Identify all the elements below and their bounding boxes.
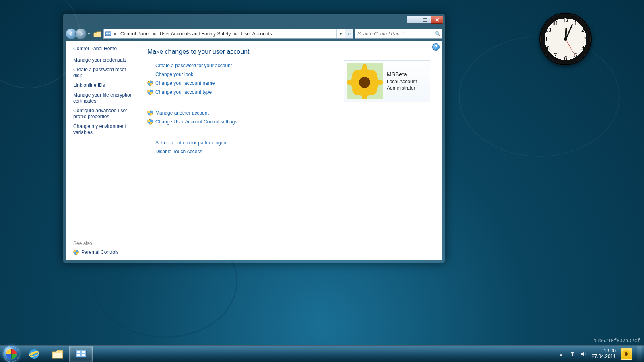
svg-point-26 bbox=[625, 352, 628, 356]
link-disable-touch-access[interactable]: Disable Touch Access bbox=[155, 149, 202, 154]
address-bar[interactable]: ▶ Control Panel ▶ User Accounts and Fami… bbox=[103, 29, 353, 39]
account-role: Administrator bbox=[387, 85, 417, 91]
svg-rect-18 bbox=[53, 353, 62, 358]
chevron-right-icon[interactable]: ▶ bbox=[152, 32, 157, 36]
link-manage-another-account[interactable]: Manage another account bbox=[155, 110, 209, 116]
link-change-look[interactable]: Change your look bbox=[155, 72, 193, 77]
task-file-encryption-cert[interactable]: Manage your file encryption certificates bbox=[73, 92, 135, 104]
show-desktop-button[interactable] bbox=[637, 346, 642, 362]
tray-time: 19:00 bbox=[592, 348, 616, 354]
tray-user-thumb[interactable] bbox=[621, 348, 632, 360]
link-change-uac-settings[interactable]: Change User Account Control settings bbox=[155, 119, 237, 125]
link-pattern-logon[interactable]: Set up a pattern for pattern logon bbox=[155, 140, 226, 146]
clock-gadget[interactable]: 12 1 2 3 4 5 6 7 8 9 10 11 bbox=[539, 13, 592, 65]
build-watermark: a1b6210f837a32cf bbox=[593, 338, 640, 343]
maximize-button[interactable] bbox=[419, 16, 431, 24]
account-picture bbox=[347, 63, 383, 99]
tray-overflow-icon[interactable]: ▴ bbox=[558, 351, 564, 357]
link-create-password[interactable]: Create a password for your account bbox=[155, 63, 232, 68]
svg-rect-0 bbox=[411, 21, 415, 21]
control-panel-window: ▼ ▶ Control Panel ▶ User Accounts and Fa… bbox=[63, 14, 445, 263]
control-panel-icon bbox=[104, 31, 113, 37]
svg-rect-19 bbox=[76, 350, 86, 357]
breadcrumb-user-accounts[interactable]: User Accounts bbox=[238, 29, 274, 38]
task-manage-credentials[interactable]: Manage your credentials bbox=[73, 57, 135, 63]
search-icon[interactable]: 🔍 bbox=[433, 31, 442, 37]
svg-rect-4 bbox=[109, 33, 110, 34]
chevron-right-icon[interactable]: ▶ bbox=[113, 32, 118, 36]
task-link-online-ids[interactable]: Link online IDs bbox=[73, 82, 135, 88]
windows-orb-icon bbox=[3, 346, 19, 362]
svg-rect-1 bbox=[423, 18, 427, 21]
nav-forward-button[interactable] bbox=[75, 28, 87, 39]
close-button[interactable] bbox=[431, 16, 443, 24]
account-type: Local Account bbox=[387, 78, 417, 85]
tray-date: 27.04.2011 bbox=[592, 354, 616, 360]
task-environment-vars[interactable]: Change my environment variables bbox=[73, 123, 135, 136]
svg-rect-22 bbox=[77, 354, 80, 356]
system-tray: ▴ 19:00 27.04.2011 bbox=[558, 346, 644, 362]
titlebar[interactable] bbox=[66, 16, 442, 26]
volume-icon[interactable] bbox=[580, 351, 587, 357]
page-heading: Make changes to your user account bbox=[147, 48, 433, 56]
up-button[interactable] bbox=[93, 29, 102, 38]
shield-icon bbox=[147, 89, 153, 95]
svg-rect-23 bbox=[82, 354, 85, 356]
account-name: MSBeta bbox=[387, 71, 417, 78]
minimize-button[interactable] bbox=[407, 16, 419, 24]
svg-point-11 bbox=[372, 80, 383, 85]
see-also-label-text: Parental Controls bbox=[81, 249, 119, 255]
nav-history-dropdown[interactable]: ▼ bbox=[87, 32, 91, 36]
svg-rect-21 bbox=[82, 351, 85, 353]
tray-clock[interactable]: 19:00 27.04.2011 bbox=[592, 348, 616, 360]
main-pane: Make changes to your user account Create… bbox=[138, 41, 442, 260]
shield-icon bbox=[73, 249, 79, 255]
see-also-parental-controls[interactable]: Parental Controls bbox=[73, 249, 135, 255]
action-center-icon[interactable] bbox=[569, 351, 576, 357]
task-advanced-profile[interactable]: Configure advanced user profile properti… bbox=[73, 108, 135, 120]
search-box[interactable]: 🔍 bbox=[355, 29, 442, 39]
svg-point-8 bbox=[362, 64, 367, 75]
task-password-reset-disk[interactable]: Create a password reset disk bbox=[73, 67, 135, 79]
refresh-button[interactable]: ↻ bbox=[345, 29, 353, 38]
svg-rect-20 bbox=[77, 351, 80, 353]
taskbar[interactable]: ▴ 19:00 27.04.2011 bbox=[0, 345, 644, 362]
link-change-account-name[interactable]: Change your account name bbox=[155, 80, 215, 86]
breadcrumb-control-panel[interactable]: Control Panel bbox=[118, 29, 152, 38]
shield-icon bbox=[147, 110, 153, 116]
start-button[interactable] bbox=[0, 346, 23, 362]
search-input[interactable] bbox=[355, 31, 433, 37]
svg-rect-3 bbox=[106, 33, 108, 34]
svg-point-10 bbox=[347, 80, 357, 85]
sidebar: Control Panel Home Manage your credentia… bbox=[66, 41, 138, 260]
shield-icon bbox=[147, 119, 153, 125]
svg-point-7 bbox=[359, 77, 370, 88]
svg-rect-24 bbox=[572, 354, 573, 356]
see-also-label: See also bbox=[73, 241, 135, 246]
link-change-account-type[interactable]: Change your account type bbox=[155, 89, 212, 95]
account-card: MSBeta Local Account Administrator bbox=[344, 60, 430, 102]
taskbar-explorer-button[interactable] bbox=[46, 346, 69, 362]
chevron-right-icon[interactable]: ▶ bbox=[233, 32, 238, 36]
control-panel-home-link[interactable]: Control Panel Home bbox=[73, 46, 135, 51]
breadcrumb-user-accounts-family[interactable]: User Accounts and Family Safety bbox=[157, 29, 233, 38]
taskbar-ie-button[interactable] bbox=[23, 346, 46, 362]
shield-icon bbox=[147, 80, 153, 86]
taskbar-control-panel-button[interactable] bbox=[69, 346, 93, 362]
address-dropdown-button[interactable]: ▾ bbox=[336, 29, 345, 38]
